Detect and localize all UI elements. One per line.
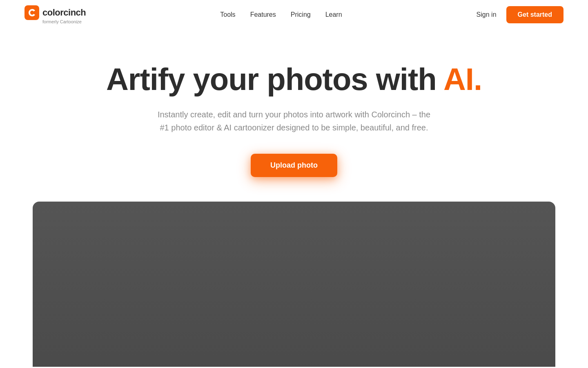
logo-area: colorcinch formerly Cartoonize (24, 5, 86, 24)
logo-subtitle: formerly Cartoonize (42, 19, 82, 24)
hero-subtitle-line2: #1 photo editor & AI cartoonizer designe… (160, 123, 428, 132)
logo-wrapper[interactable]: colorcinch (24, 5, 86, 20)
nav-actions: Sign in Get started (477, 6, 564, 23)
nav-learn[interactable]: Learn (325, 11, 342, 18)
hero-title-part1: Artify your photos with (106, 62, 443, 96)
colorcinch-logo-icon (24, 5, 39, 20)
hero-title-accent: AI. (443, 62, 482, 96)
hero-subtitle-line1: Instantly create, edit and turn your pho… (158, 110, 430, 119)
hero-section: Artify your photos with AI. Instantly cr… (0, 29, 588, 202)
nav-features[interactable]: Features (250, 11, 276, 18)
nav-tools[interactable]: Tools (220, 11, 235, 18)
nav-links: Tools Features Pricing Learn (220, 11, 342, 18)
sign-in-link[interactable]: Sign in (477, 11, 497, 18)
nav-pricing[interactable]: Pricing (291, 11, 311, 18)
hero-subtitle: Instantly create, edit and turn your pho… (158, 108, 430, 134)
app-preview (33, 202, 555, 367)
svg-rect-0 (24, 5, 39, 20)
navbar: colorcinch formerly Cartoonize Tools Fea… (0, 0, 588, 29)
upload-photo-button[interactable]: Upload photo (251, 154, 337, 177)
logo-name: colorcinch (42, 7, 86, 18)
get-started-button[interactable]: Get started (506, 6, 564, 23)
preview-wrapper (0, 202, 588, 367)
hero-title: Artify your photos with AI. (106, 62, 482, 96)
